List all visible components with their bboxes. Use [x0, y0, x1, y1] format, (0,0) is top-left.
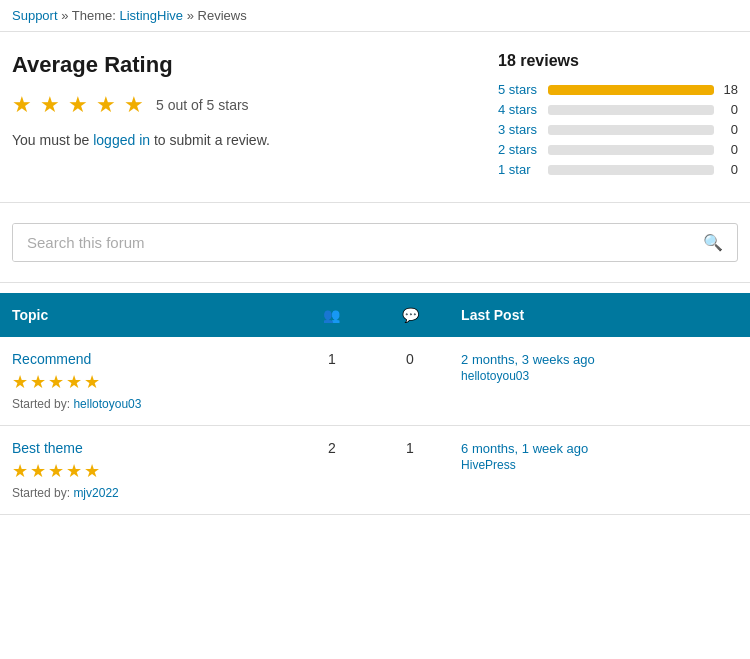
started-by-1: Started by: hellotoyou03	[12, 397, 281, 411]
last-post-time-2[interactable]: 6 months, 1 week ago	[461, 441, 588, 456]
forum-table-body: Recommend ★★★★★ Started by: hellotoyou03…	[0, 337, 750, 515]
bar-count-1: 18	[722, 82, 738, 97]
breadcrumb-theme-label: Theme:	[72, 8, 120, 23]
star-5: ★	[124, 92, 144, 118]
search-box: 🔍	[12, 223, 738, 262]
voices-header: 👥	[293, 293, 371, 337]
bar-row-5: 1 star 0	[498, 162, 738, 177]
reviews-count: 18 reviews	[498, 52, 738, 70]
replies-header: 💬	[371, 293, 449, 337]
bar-row-1: 5 stars 18	[498, 82, 738, 97]
bar-count-2: 0	[722, 102, 738, 117]
bar-label-3[interactable]: 3 stars	[498, 122, 540, 137]
rating-right: 18 reviews 5 stars 18 4 stars 0 3 stars …	[498, 52, 738, 182]
bar-label-5[interactable]: 1 star	[498, 162, 540, 177]
search-icon: 🔍	[703, 233, 723, 252]
bar-bg-1	[548, 85, 714, 95]
last-post-user-2[interactable]: HivePress	[461, 458, 738, 472]
search-input[interactable]	[13, 224, 689, 261]
started-by-user-1[interactable]: hellotoyou03	[73, 397, 141, 411]
star-1: ★	[12, 92, 32, 118]
topic-star-2-1: ★	[12, 460, 28, 482]
bar-bg-3	[548, 125, 714, 135]
forum-table: Topic 👥 💬 Last Post Recommend ★★★★★ Star…	[0, 293, 750, 515]
last-post-user-1[interactable]: hellotoyou03	[461, 369, 738, 383]
topic-star-1-1: ★	[12, 371, 28, 393]
bar-row-4: 2 stars 0	[498, 142, 738, 157]
star-3: ★	[68, 92, 88, 118]
voices-cell-2: 2	[293, 426, 371, 515]
rating-section: Average Rating ★ ★ ★ ★ ★ 5 out of 5 star…	[0, 32, 750, 203]
topic-stars-1: ★★★★★	[12, 371, 281, 393]
bar-bg-5	[548, 165, 714, 175]
topic-star-2-4: ★	[66, 460, 82, 482]
topic-stars-2: ★★★★★	[12, 460, 281, 482]
topic-star-2-5: ★	[84, 460, 100, 482]
last-post-cell-2: 6 months, 1 week ago HivePress	[449, 426, 750, 515]
average-rating-title: Average Rating	[12, 52, 478, 78]
rating-left: Average Rating ★ ★ ★ ★ ★ 5 out of 5 star…	[12, 52, 478, 182]
login-link[interactable]: logged in	[93, 132, 150, 148]
bar-count-4: 0	[722, 142, 738, 157]
login-suffix: to submit a review.	[150, 132, 270, 148]
search-button[interactable]: 🔍	[689, 224, 737, 261]
table-row: Recommend ★★★★★ Started by: hellotoyou03…	[0, 337, 750, 426]
voices-cell-1: 1	[293, 337, 371, 426]
topic-star-1-2: ★	[30, 371, 46, 393]
search-section: 🔍	[0, 203, 750, 283]
breadcrumb-support-link[interactable]: Support	[12, 8, 58, 23]
replies-cell-2: 1	[371, 426, 449, 515]
bar-label-2[interactable]: 4 stars	[498, 102, 540, 117]
breadcrumb: Support » Theme: ListingHive » Reviews	[0, 0, 750, 32]
last-post-cell-1: 2 months, 3 weeks ago hellotoyou03	[449, 337, 750, 426]
started-by-user-2[interactable]: mjv2022	[73, 486, 118, 500]
bar-bg-2	[548, 105, 714, 115]
login-note: You must be logged in to submit a review…	[12, 132, 478, 148]
topic-star-1-5: ★	[84, 371, 100, 393]
bar-row-3: 3 stars 0	[498, 122, 738, 137]
topic-title-1[interactable]: Recommend	[12, 351, 91, 367]
replies-cell-1: 0	[371, 337, 449, 426]
topic-title-2[interactable]: Best theme	[12, 440, 83, 456]
bar-count-3: 0	[722, 122, 738, 137]
bar-bg-4	[548, 145, 714, 155]
bar-count-5: 0	[722, 162, 738, 177]
topic-star-1-3: ★	[48, 371, 64, 393]
forum-table-header: Topic 👥 💬 Last Post	[0, 293, 750, 337]
star-2: ★	[40, 92, 60, 118]
started-by-2: Started by: mjv2022	[12, 486, 281, 500]
bar-label-4[interactable]: 2 stars	[498, 142, 540, 157]
bar-fill-1	[548, 85, 714, 95]
topic-header: Topic	[0, 293, 293, 337]
bar-label-1[interactable]: 5 stars	[498, 82, 540, 97]
topic-star-1-4: ★	[66, 371, 82, 393]
bars-container: 5 stars 18 4 stars 0 3 stars 0 2 stars 0…	[498, 82, 738, 177]
rating-text: 5 out of 5 stars	[156, 97, 249, 113]
topic-star-2-2: ★	[30, 460, 46, 482]
last-post-header: Last Post	[449, 293, 750, 337]
bar-row-2: 4 stars 0	[498, 102, 738, 117]
login-prefix: You must be	[12, 132, 93, 148]
topic-cell-1: Recommend ★★★★★ Started by: hellotoyou03	[0, 337, 293, 426]
star-4: ★	[96, 92, 116, 118]
topic-star-2-3: ★	[48, 460, 64, 482]
topic-cell-2: Best theme ★★★★★ Started by: mjv2022	[0, 426, 293, 515]
breadcrumb-sep1: »	[61, 8, 72, 23]
breadcrumb-sep2: »	[187, 8, 198, 23]
replies-icon: 💬	[402, 307, 419, 323]
table-row: Best theme ★★★★★ Started by: mjv2022 2 1…	[0, 426, 750, 515]
users-icon: 👥	[323, 307, 340, 323]
last-post-time-1[interactable]: 2 months, 3 weeks ago	[461, 352, 595, 367]
breadcrumb-reviews: Reviews	[198, 8, 247, 23]
breadcrumb-theme-link[interactable]: ListingHive	[119, 8, 183, 23]
stars-row: ★ ★ ★ ★ ★ 5 out of 5 stars	[12, 92, 478, 118]
